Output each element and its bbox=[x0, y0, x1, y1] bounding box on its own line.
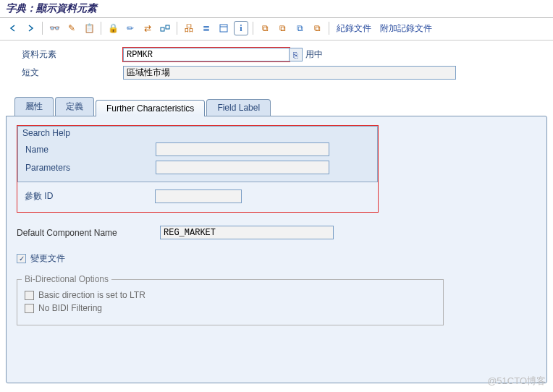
sh-name-input[interactable] bbox=[156, 142, 329, 156]
tab-further-characteristics[interactable]: Further Characteristics bbox=[96, 100, 205, 116]
tab-attributes[interactable]: 屬性 bbox=[14, 97, 54, 116]
sh-param-label: Parameters bbox=[25, 163, 156, 173]
bidi-ltr-label: Basic direction is set to LTR bbox=[38, 290, 145, 300]
svg-rect-2 bbox=[220, 25, 227, 32]
short-text-label: 短文 bbox=[22, 67, 123, 79]
append-icon[interactable]: ⧉ bbox=[292, 21, 307, 35]
add-log-docs-link[interactable]: 附加記錄文件 bbox=[377, 22, 435, 35]
separator bbox=[101, 22, 101, 35]
bidi-group: Bi-Directional Options Basic direction i… bbox=[17, 279, 444, 325]
svg-rect-0 bbox=[161, 27, 164, 31]
tab-body: Search Help Name Parameters 參數 ID Defaul… bbox=[6, 116, 547, 383]
search-help-title: Search Help bbox=[22, 128, 70, 138]
wand-icon[interactable]: ✎ bbox=[64, 21, 79, 35]
toolbar: 👓 ✎ 📋 🔒 ✏ ⇄ 品 ≣ i ⧉ ⧉ ⧉ ⧉ 紀錄文件 附加記錄文件 bbox=[0, 18, 553, 41]
data-element-input[interactable] bbox=[123, 48, 290, 61]
bidi-filter-label: No BIDI Filtering bbox=[38, 303, 102, 313]
bidi-filter-checkbox[interactable] bbox=[25, 304, 34, 313]
separator bbox=[253, 22, 253, 35]
sh-param-input[interactable] bbox=[156, 161, 329, 174]
status-text: 用中 bbox=[305, 48, 323, 61]
table-icon[interactable] bbox=[216, 21, 231, 35]
sh-name-label: Name bbox=[25, 145, 156, 155]
param-id-row: 參數 ID bbox=[17, 182, 378, 208]
separator bbox=[177, 22, 177, 35]
pencil-icon[interactable]: ✏ bbox=[123, 21, 138, 35]
change-doc-label: 變更文件 bbox=[30, 252, 65, 265]
lock-icon[interactable]: 🔒 bbox=[106, 21, 120, 35]
watermark: @51CTO博客 bbox=[487, 375, 546, 388]
forward-icon[interactable] bbox=[23, 21, 38, 35]
match-icon[interactable] bbox=[158, 21, 172, 35]
param-id-input[interactable] bbox=[155, 189, 242, 203]
include-icon[interactable]: ⧉ bbox=[310, 21, 324, 35]
tabstrip: 屬性 定義 Further Characteristics Field Labe… bbox=[0, 87, 553, 116]
hierarchy-icon[interactable]: 品 bbox=[182, 21, 196, 35]
header-form: 資料元素 ⎘ 用中 短文 bbox=[0, 41, 553, 87]
glasses-icon[interactable]: 👓 bbox=[47, 21, 62, 35]
change-doc-row: ✓ 變更文件 bbox=[17, 252, 536, 265]
tab-definition[interactable]: 定義 bbox=[55, 97, 94, 116]
search-help-group: Search Help Name Parameters bbox=[17, 126, 378, 182]
param-id-label: 參數 ID bbox=[25, 190, 155, 203]
separator bbox=[42, 22, 43, 35]
bidi-ltr-checkbox[interactable] bbox=[25, 291, 34, 300]
stack-icon[interactable]: ≣ bbox=[199, 21, 214, 35]
window-title: 字典：顯示資料元素 bbox=[0, 0, 553, 18]
tab-field-label[interactable]: Field Label bbox=[206, 99, 271, 116]
f4-help-icon[interactable]: ⎘ bbox=[290, 48, 303, 61]
clipboard-icon[interactable]: 📋 bbox=[82, 21, 96, 35]
highlight-region: Search Help Name Parameters 參數 ID bbox=[17, 125, 379, 213]
change-doc-checkbox[interactable]: ✓ bbox=[17, 254, 26, 263]
svg-rect-1 bbox=[166, 25, 169, 29]
default-comp-input[interactable] bbox=[160, 226, 334, 239]
activate-icon[interactable]: ⇄ bbox=[140, 21, 155, 35]
back-icon[interactable] bbox=[6, 21, 20, 35]
log-docs-link[interactable]: 紀錄文件 bbox=[334, 22, 374, 35]
copy-icon[interactable]: ⧉ bbox=[258, 21, 272, 35]
paste-icon[interactable]: ⧉ bbox=[275, 21, 290, 35]
separator bbox=[329, 22, 329, 35]
short-text-input[interactable] bbox=[123, 66, 456, 80]
default-comp-label: Default Component Name bbox=[17, 228, 160, 238]
info-icon[interactable]: i bbox=[234, 21, 248, 35]
bidi-title: Bi-Directional Options bbox=[22, 274, 111, 284]
data-element-label: 資料元素 bbox=[22, 48, 123, 61]
